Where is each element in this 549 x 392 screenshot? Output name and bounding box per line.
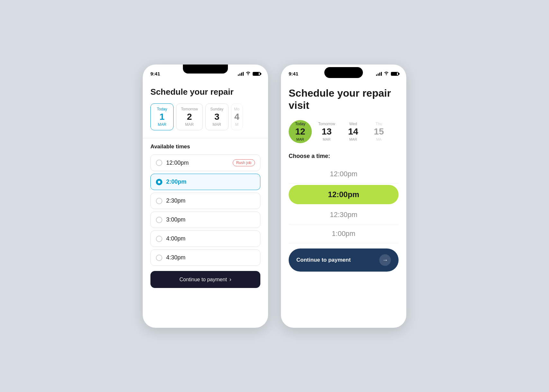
time-left: 4:30pm [156,254,185,261]
day-num: 3 [210,112,224,122]
month: MAR [181,122,198,127]
day-label: Today [295,122,305,126]
day-label: Wed [349,122,357,126]
signal-icon [238,72,244,76]
time-label: 2:30pm [166,197,185,204]
day-num: 1 [155,112,169,122]
time-left: 12:00pm [156,160,189,166]
month: MA [376,137,382,141]
time-label: 2:00pm [166,179,186,185]
radio-circle [156,217,162,223]
battery-icon [253,72,260,76]
radio-circle [156,160,162,166]
day-label: Tomorrow [181,107,198,111]
status-bar-1: 9:41 [143,65,268,79]
time-label: 12:00pm [330,170,357,178]
phones-container: 9:41 Schedule your repair Today [143,65,406,328]
status-icons-2 [376,71,399,76]
rush-badge: Rush job [233,159,255,166]
time-label: 12:00pm [166,160,189,166]
day-num: 14 [348,127,358,137]
choose-time-label: Choose a time: [289,153,399,160]
date-circle-wed[interactable]: Wed 14 MAR [342,119,365,144]
phone-1: 9:41 Schedule your repair Today [143,65,268,328]
radio-circle-filled [156,179,162,185]
day-num: 15 [374,127,384,137]
time-item2-1200b[interactable]: 12:00pm [289,185,399,204]
time-label: 3:00pm [166,216,185,223]
day-label: Today [155,107,169,111]
status-icons-1 [238,71,260,76]
time-left: 3:00pm [156,216,185,223]
time-list-1: 12:00pm Rush job 2:00pm 2:30pm [150,154,260,266]
date-card-tomorrow[interactable]: Tomorrow 2 MAR [176,103,203,131]
date-selector-1[interactable]: Today 1 MAR Tomorrow 2 MAR Sunday 3 MAR … [150,103,260,131]
day-num: 13 [322,127,332,137]
day-num: 2 [181,112,198,122]
page-title-2: Schedule your repair visit [289,87,399,112]
date-card-mon[interactable]: Mo 4 M [231,103,243,131]
time-item2-100[interactable]: 1:00pm [289,224,399,243]
wifi-icon-2 [384,71,389,76]
day-label: Thu [375,122,382,126]
time-item-230[interactable]: 2:30pm [150,193,260,209]
page-title-1: Schedule your repair [150,87,260,97]
status-time-2: 9:41 [289,71,298,76]
time-item-200[interactable]: 2:00pm [150,174,260,190]
time-item-1200[interactable]: 12:00pm Rush job [150,154,260,171]
date-circle-today[interactable]: Today 12 MAR [289,120,312,143]
day-num: 4 [234,112,240,122]
radio-circle [156,198,162,204]
date-selector-2[interactable]: Today 12 MAR Tomorrow 13 MAR Wed 14 MAR … [289,119,399,144]
status-bar-2: 9:41 [281,65,406,79]
time-label: 1:00pm [332,230,355,238]
continue-payment-button-2[interactable]: Continue to payment → [289,248,399,272]
phone2-content: Schedule your repair visit Today 12 MAR … [281,79,406,328]
battery-icon-2 [391,72,399,76]
date-circle-thu[interactable]: Thu 15 MA [367,119,391,144]
day-num: 12 [295,127,305,137]
month: MAR [155,122,169,127]
day-label: Sunday [210,107,224,111]
date-card-today[interactable]: Today 1 MAR [150,103,174,131]
time-list-2: 12:00pm 12:00pm 12:30pm 1:00pm [289,165,399,243]
notch [183,65,228,74]
dynamic-island [324,67,363,78]
available-times-label: Available times [150,144,260,150]
month: MAR [296,137,304,141]
continue-label-2: Continue to payment [296,257,351,263]
time-left: 2:00pm [156,179,186,185]
wifi-icon [246,71,251,76]
continue-label-1: Continue to payment [179,277,227,283]
arrow-icon-1: › [230,276,231,283]
time-left: 2:30pm [156,197,185,204]
status-time-1: 9:41 [150,71,160,76]
radio-circle [156,255,162,261]
signal-icon-2 [376,72,382,76]
phone-2: 9:41 Schedule your repair visit Today [281,65,406,328]
time-label: 4:30pm [166,254,185,261]
phone1-content: Schedule your repair Today 1 MAR Tomorro… [143,79,268,328]
time-label: 12:00pm [328,190,359,199]
day-label: Mo [234,107,240,111]
date-circle-tomorrow[interactable]: Tomorrow 13 MAR [314,119,339,144]
continue-payment-button-1[interactable]: Continue to payment › [150,271,260,288]
day-label: Tomorrow [318,122,335,126]
date-card-sunday[interactable]: Sunday 3 MAR [205,103,229,131]
time-left: 4:00pm [156,235,185,242]
time-item-430[interactable]: 4:30pm [150,249,260,266]
time-item2-1230[interactable]: 12:30pm [289,205,399,224]
time-item2-1200a[interactable]: 12:00pm [289,165,399,184]
month: MAR [210,122,224,127]
time-item-300[interactable]: 3:00pm [150,212,260,228]
radio-circle [156,236,162,242]
divider [143,138,268,138]
time-item-400[interactable]: 4:00pm [150,231,260,247]
time-label: 12:30pm [330,211,357,219]
month: MAR [349,137,357,141]
time-label: 4:00pm [166,235,185,242]
arrow-icon-2: → [379,254,391,266]
month: MAR [323,137,330,141]
month: M [234,122,240,127]
